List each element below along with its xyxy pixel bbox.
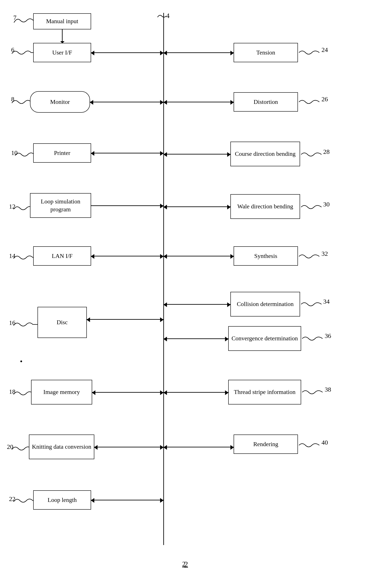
arrow-center-course	[164, 154, 230, 155]
lan-if-box: LAN I/F	[33, 246, 91, 266]
manual-input-box: Manual input	[33, 13, 91, 29]
squiggle-14	[12, 253, 36, 262]
rendering-box: Rendering	[234, 434, 298, 454]
arrow-center-rendering	[164, 447, 234, 447]
label-32: 32	[321, 250, 328, 257]
arrow-center-wale	[164, 206, 230, 207]
arrow-lan-center	[91, 256, 163, 256]
arrow-disc-center	[87, 319, 163, 320]
squiggle-24	[298, 48, 321, 57]
synthesis-box: Synthesis	[234, 246, 298, 266]
disc-box: Disc	[37, 307, 87, 338]
label-34: 34	[323, 298, 330, 305]
label-24: 24	[321, 46, 328, 53]
convergence-det-box: Convergence determination	[228, 326, 301, 351]
user-if-box: User I/F	[33, 43, 91, 62]
arrow-loopsim-center	[91, 205, 163, 206]
squiggle-18	[12, 389, 34, 398]
arrow-knit-center	[94, 447, 163, 447]
arrow-center-collision	[164, 304, 230, 305]
arrow-center-convergence	[164, 338, 228, 339]
image-memory-box: Image memory	[31, 380, 92, 405]
arrow-monitor-center	[90, 102, 163, 102]
label-7: 7	[13, 14, 17, 21]
diagram-container: 2 7 Manual input 6 User I/F Tension 24 8…	[0, 0, 392, 574]
arrow-imgmem-center	[92, 392, 163, 393]
wale-bend-box: Wale direction bending	[230, 194, 300, 219]
course-bend-box: Course direction bending	[230, 142, 300, 166]
label-26: 26	[321, 96, 328, 103]
squiggle-22	[12, 496, 36, 505]
arrow-center-synthesis	[164, 256, 234, 256]
knitting-data-box: Knitting data conversion	[29, 434, 94, 459]
arrow-center-tension	[164, 52, 234, 53]
squiggle-32	[298, 252, 321, 261]
label-36: 36	[325, 332, 331, 339]
arrow-manual-to-user	[62, 29, 63, 43]
arrow-user-center	[91, 52, 163, 53]
loop-sim-box: Loop simulation program	[30, 193, 91, 218]
fig-number: 2	[184, 560, 188, 568]
monitor-box: Monitor	[30, 91, 90, 113]
arrow-looplength-center	[91, 500, 163, 500]
squiggle-38	[301, 388, 325, 397]
squiggle-36	[301, 334, 325, 343]
label-40: 40	[321, 439, 328, 446]
squiggle-40	[298, 441, 321, 450]
squiggle-16	[12, 320, 40, 329]
collision-det-box: Collision determination	[230, 292, 300, 316]
dot-decoration	[20, 361, 22, 362]
squiggle-4	[156, 13, 167, 19]
distortion-box: Distortion	[234, 92, 298, 112]
arrow-center-distortion	[164, 102, 234, 102]
squiggle-6	[11, 48, 37, 57]
squiggle-30	[300, 203, 324, 211]
label-30: 30	[323, 201, 330, 208]
label-8: 8	[11, 96, 14, 103]
tension-box: Tension	[234, 43, 298, 62]
label-6: 6	[11, 46, 14, 53]
label-28: 28	[323, 148, 330, 155]
squiggle-34	[300, 300, 324, 308]
arrow-center-thread	[164, 392, 228, 393]
arrow-printer-center	[91, 153, 163, 153]
label-38: 38	[325, 386, 331, 393]
squiggle-28	[300, 150, 324, 159]
loop-length-box: Loop length	[33, 490, 91, 510]
printer-box: Printer	[33, 143, 91, 163]
center-line	[163, 13, 164, 545]
squiggle-26	[298, 98, 321, 106]
thread-stripe-box: Thread stripe information	[228, 380, 301, 405]
